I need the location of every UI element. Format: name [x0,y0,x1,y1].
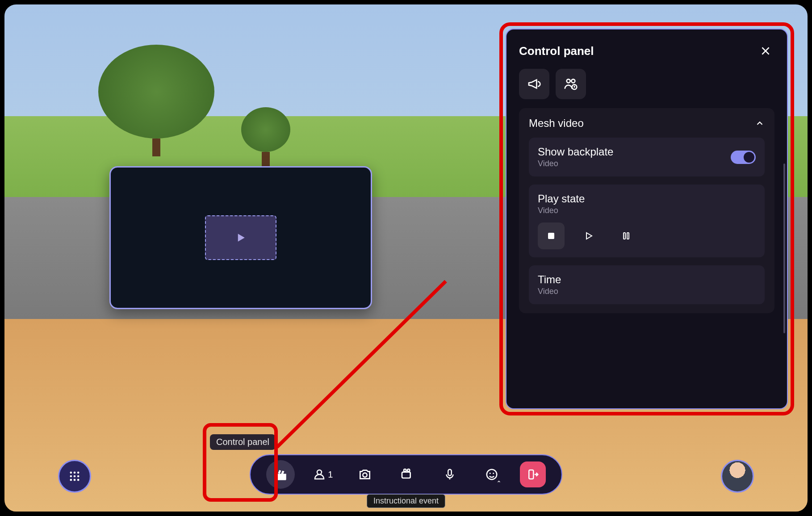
close-button[interactable] [757,42,774,60]
control-panel-button[interactable] [266,460,295,489]
mesh-video-header[interactable]: Mesh video [529,117,765,130]
leave-button[interactable] [520,461,546,487]
leave-icon [526,468,540,481]
video-screen[interactable] [109,166,372,309]
svg-point-5 [77,475,80,478]
svg-point-4 [74,475,76,478]
tree-decor [98,45,214,156]
event-caption: Instructional event [367,494,445,508]
svg-point-8 [77,479,80,481]
microphone-icon [443,468,456,481]
video-play-placeholder[interactable] [205,215,276,260]
time-row: Time Video [529,265,765,304]
play-button[interactable] [575,222,602,249]
show-backplate-toggle[interactable] [731,151,756,164]
play-state-row: Play state Video [529,185,765,257]
close-icon [760,45,771,57]
screenshare-button[interactable] [393,460,422,489]
svg-rect-21 [548,233,554,239]
svg-point-12 [407,469,410,471]
pause-button[interactable] [613,222,640,249]
avatar[interactable] [721,460,754,493]
camera-button[interactable] [351,460,379,489]
scrollbar[interactable] [783,164,785,333]
clapperboard-icon [273,467,288,482]
mesh-video-section: Mesh video Show backplate Video Play sta… [519,108,774,313]
megaphone-button[interactable] [519,69,549,99]
callout-highlight-panel: Control panel Mesh video [499,22,794,415]
svg-point-7 [74,479,76,481]
svg-rect-17 [529,470,533,479]
reactions-button[interactable] [477,460,506,489]
camera-icon [358,467,372,482]
people-count: 1 [328,470,333,480]
megaphone-icon [527,77,541,91]
menu-button[interactable] [58,460,91,493]
row-subtitle: Video [538,287,558,296]
pause-icon [621,231,632,241]
people-mute-icon [564,77,578,91]
svg-rect-13 [448,470,452,476]
svg-point-16 [493,473,494,474]
mute-all-button[interactable] [556,69,586,99]
stop-icon [546,231,557,241]
screenshare-icon [400,467,414,482]
svg-point-15 [490,473,491,474]
chevron-up-icon [497,479,501,484]
svg-point-14 [487,470,497,480]
svg-point-19 [571,79,575,83]
svg-point-3 [70,475,72,478]
show-backplate-row: Show backplate Video [529,138,765,176]
row-title: Play state [538,193,585,205]
svg-rect-23 [627,233,629,239]
play-icon [234,231,247,244]
svg-point-1 [74,472,76,474]
control-panel-tooltip: Control panel [210,434,276,450]
grid-icon [68,470,81,482]
svg-point-18 [567,79,570,83]
svg-rect-22 [624,233,625,239]
row-title: Time [538,273,561,286]
row-subtitle: Video [538,159,613,168]
chevron-up-icon [755,118,765,128]
svg-rect-10 [402,472,410,478]
svg-point-6 [70,479,72,481]
tree-decor [241,107,290,170]
play-icon [583,231,594,241]
mic-button[interactable] [435,460,464,489]
svg-point-2 [77,472,80,474]
people-button[interactable]: 1 [309,460,337,489]
svg-point-11 [404,469,406,471]
svg-point-9 [363,473,367,477]
bottom-toolbar: 1 [250,454,562,495]
stop-button[interactable] [538,222,565,249]
section-title: Mesh video [529,117,584,130]
control-panel: Control panel Mesh video [506,29,788,409]
control-panel-title: Control panel [519,44,594,58]
scene-3d-view: Control panel 1 Instructional event [4,4,808,512]
svg-point-0 [70,472,72,474]
row-subtitle: Video [538,206,585,215]
row-title: Show backplate [538,146,613,158]
people-icon [313,468,326,481]
